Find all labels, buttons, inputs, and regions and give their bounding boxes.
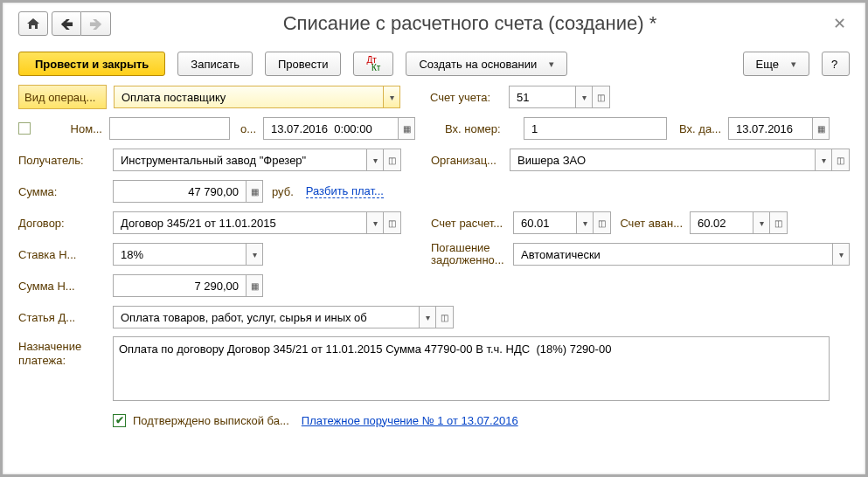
org-label: Организац...	[431, 154, 503, 167]
in-date-label: Вх. да...	[674, 122, 721, 135]
debt-field[interactable]: ▾	[513, 243, 850, 266]
vat-sum-input[interactable]	[119, 275, 240, 296]
dropdown-icon[interactable]: ▾	[575, 86, 593, 108]
post-and-close-button[interactable]: Провести и закрыть	[18, 52, 165, 76]
settle-acct-input[interactable]	[519, 212, 571, 233]
org-field[interactable]: ▾ ◫	[510, 149, 850, 171]
calendar-icon[interactable]: ▦	[398, 117, 415, 140]
debt-label: Погашениезадолженно...	[431, 242, 506, 266]
item-input[interactable]	[119, 307, 413, 328]
calculator-icon[interactable]: ▦	[246, 180, 263, 203]
open-icon[interactable]: ◫	[593, 86, 610, 108]
home-icon	[26, 17, 40, 30]
open-icon[interactable]: ◫	[594, 211, 611, 234]
back-button[interactable]: 🡸	[52, 11, 81, 36]
op-type-field[interactable]: ▾	[114, 86, 400, 108]
confirmed-label: Подтверждено выпиской ба...	[133, 414, 289, 427]
help-button[interactable]: ?	[822, 52, 850, 76]
settle-acct-field[interactable]: ▾ ◫	[513, 211, 611, 234]
contract-label: Договор:	[18, 217, 106, 230]
dtkt-icon: Дт Кт	[366, 56, 380, 72]
dropdown-icon[interactable]: ▾	[383, 86, 400, 108]
write-button[interactable]: Записать	[177, 52, 253, 76]
advance-acct-input[interactable]	[696, 212, 747, 233]
dropdown-icon[interactable]: ▾	[366, 211, 384, 234]
settle-acct-label: Счет расчет...	[431, 217, 506, 230]
sum-input[interactable]	[119, 181, 240, 202]
dropdown-icon[interactable]: ▾	[832, 243, 850, 266]
in-number-input[interactable]	[524, 117, 667, 140]
post-button[interactable]: Провести	[265, 52, 342, 76]
payee-field[interactable]: ▾ ◫	[113, 149, 401, 171]
account-label: Счет учета:	[430, 91, 502, 104]
debt-input[interactable]	[519, 244, 827, 265]
in-date-input[interactable]	[734, 118, 807, 139]
dropdown-icon[interactable]: ▾	[753, 211, 770, 234]
calculator-icon[interactable]: ▦	[246, 274, 263, 297]
confirmed-checkbox[interactable]: ✔	[113, 414, 126, 427]
forward-button: 🡺	[81, 11, 111, 36]
op-type-label: Вид операц...	[18, 85, 107, 109]
from-label: о...	[237, 122, 256, 135]
sum-field[interactable]: ▦	[113, 180, 263, 203]
dropdown-icon[interactable]: ▾	[576, 211, 594, 234]
advance-acct-field[interactable]: ▾ ◫	[690, 211, 788, 234]
date-field[interactable]: ▦	[263, 117, 415, 140]
advance-acct-label: Счет аван...	[618, 217, 683, 230]
dropdown-icon[interactable]: ▾	[366, 149, 384, 171]
open-icon[interactable]: ◫	[436, 306, 454, 328]
contract-input[interactable]	[119, 212, 361, 233]
open-icon[interactable]: ◫	[384, 211, 401, 234]
payment-order-link[interactable]: Платежное поручение № 1 от 13.07.2016	[302, 414, 518, 427]
org-input[interactable]	[516, 149, 809, 170]
payee-label: Получатель:	[18, 154, 106, 167]
open-icon[interactable]: ◫	[832, 149, 850, 171]
split-payment-link[interactable]: Разбить плат...	[306, 184, 384, 198]
open-icon[interactable]: ◫	[770, 211, 788, 234]
in-number-label: Вх. номер:	[445, 122, 517, 135]
account-field[interactable]: ▾ ◫	[509, 86, 610, 108]
create-based-on-button[interactable]: Создать на основании	[406, 52, 567, 76]
vat-sum-label: Сумма Н...	[18, 280, 106, 293]
currency-label: руб.	[272, 185, 294, 198]
calendar-icon[interactable]: ▦	[812, 117, 830, 140]
purpose-textarea[interactable]	[113, 336, 830, 401]
window-title: Списание с расчетного счета (создание) *	[111, 12, 829, 35]
new-doc-icon	[18, 122, 31, 135]
more-button[interactable]: Еще	[743, 52, 809, 76]
vat-rate-label: Ставка Н...	[18, 248, 106, 261]
date-input[interactable]	[269, 118, 392, 139]
purpose-label: Назначениеплатежа:	[18, 336, 106, 368]
item-label: Статья Д...	[18, 311, 106, 324]
dropdown-icon[interactable]: ▾	[419, 306, 436, 328]
payee-input[interactable]	[119, 149, 361, 170]
item-field[interactable]: ▾ ◫	[113, 306, 454, 328]
vat-sum-field[interactable]: ▦	[113, 274, 263, 297]
close-button[interactable]: ✕	[829, 14, 850, 33]
dropdown-icon[interactable]: ▾	[815, 149, 832, 171]
vat-rate-field[interactable]: ▾	[113, 243, 263, 266]
number-input[interactable]	[109, 117, 230, 140]
dtkt-button[interactable]: Дт Кт	[353, 52, 393, 76]
dropdown-icon[interactable]: ▾	[246, 243, 263, 266]
open-icon[interactable]: ◫	[384, 149, 401, 171]
contract-field[interactable]: ▾ ◫	[113, 211, 401, 234]
number-label: Ном...	[38, 122, 102, 135]
in-date-field[interactable]: ▦	[728, 117, 830, 140]
sum-label: Сумма:	[18, 185, 106, 198]
account-input[interactable]	[515, 86, 570, 107]
op-type-input[interactable]	[120, 86, 378, 107]
home-button[interactable]	[18, 11, 48, 36]
vat-rate-input[interactable]	[119, 244, 240, 265]
